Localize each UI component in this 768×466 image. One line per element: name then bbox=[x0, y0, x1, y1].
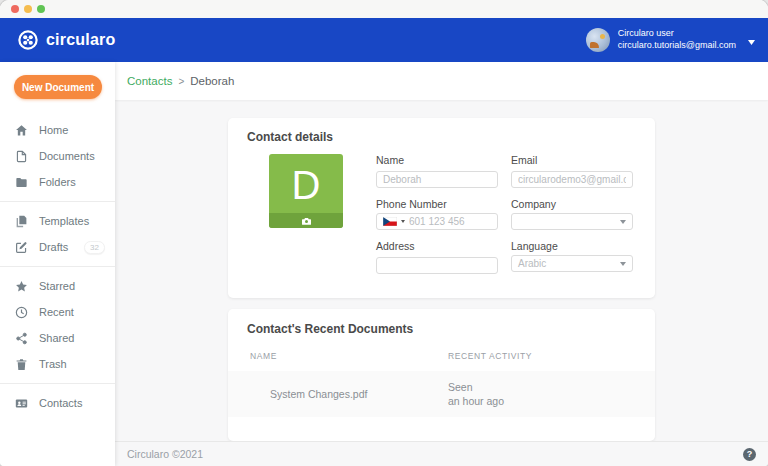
breadcrumb-current: Deborah bbox=[190, 75, 234, 87]
zoom-button[interactable] bbox=[37, 5, 45, 13]
recent-documents-card: Contact's Recent Documents NAME RECENT A… bbox=[228, 309, 655, 441]
brand[interactable]: circularo bbox=[17, 29, 115, 51]
app-header: circularo Circularo user circularo.tutor… bbox=[0, 18, 768, 62]
home-icon bbox=[15, 124, 28, 137]
circularo-logo-icon bbox=[17, 29, 39, 51]
minimize-button[interactable] bbox=[24, 5, 32, 13]
copyright-text: Circularo ©2021 bbox=[127, 448, 203, 460]
brand-name: circularo bbox=[46, 31, 115, 49]
sidebar-item-folders[interactable]: Folders bbox=[0, 169, 115, 195]
phone-label: Phone Number bbox=[376, 198, 498, 210]
sidebar-divider bbox=[0, 383, 115, 384]
sidebar-item-home[interactable]: Home bbox=[0, 117, 115, 143]
recent-documents-title: Contact's Recent Documents bbox=[228, 322, 655, 336]
breadcrumb: Contacts > Deborah bbox=[115, 62, 768, 100]
sidebar-divider bbox=[0, 201, 115, 202]
new-document-button[interactable]: New Document bbox=[14, 75, 102, 99]
main-area: Contacts > Deborah Contact details D bbox=[115, 62, 768, 466]
breadcrumb-contacts-link[interactable]: Contacts bbox=[127, 75, 172, 87]
folder-icon bbox=[15, 176, 28, 189]
sidebar-divider bbox=[0, 266, 115, 267]
drafts-count-badge: 32 bbox=[84, 241, 105, 254]
sidebar-item-label: Folders bbox=[39, 176, 76, 188]
contact-details-title: Contact details bbox=[247, 130, 636, 144]
content-area: Contact details D Na bbox=[115, 100, 768, 441]
sidebar-item-trash[interactable]: Trash bbox=[0, 351, 115, 377]
contacts-icon bbox=[15, 397, 28, 410]
clock-icon bbox=[15, 306, 28, 319]
star-icon bbox=[15, 280, 28, 293]
chevron-down-icon bbox=[620, 220, 626, 224]
templates-icon bbox=[15, 215, 28, 228]
document-activity: Seen an hour ago bbox=[448, 380, 504, 408]
contact-avatar-letter: D bbox=[292, 165, 321, 205]
sidebar-item-contacts[interactable]: Contacts bbox=[0, 390, 115, 416]
sidebar-item-label: Starred bbox=[39, 280, 75, 292]
drafts-icon bbox=[15, 241, 28, 254]
document-name[interactable]: System Changes.pdf bbox=[247, 388, 448, 400]
column-header-name: NAME bbox=[247, 351, 448, 361]
change-photo-button[interactable] bbox=[269, 213, 343, 228]
sidebar-item-recent[interactable]: Recent bbox=[0, 299, 115, 325]
user-email: circularo.tutorials@gmail.com bbox=[618, 40, 736, 52]
activity-status: Seen bbox=[448, 381, 473, 393]
sidebar-item-label: Trash bbox=[39, 358, 67, 370]
camera-icon bbox=[302, 217, 311, 225]
table-header: NAME RECENT ACTIVITY bbox=[228, 351, 655, 361]
share-icon bbox=[15, 332, 28, 345]
language-label: Language bbox=[511, 240, 633, 252]
email-label: Email bbox=[511, 154, 633, 166]
language-select[interactable]: Arabic bbox=[511, 255, 633, 272]
activity-time: an hour ago bbox=[448, 395, 504, 407]
flag-caret-icon bbox=[401, 220, 405, 223]
footer: Circularo ©2021 ? bbox=[115, 441, 768, 466]
sidebar-item-label: Documents bbox=[39, 150, 95, 162]
company-label: Company bbox=[511, 198, 633, 210]
email-field[interactable] bbox=[511, 171, 633, 188]
sidebar-item-label: Drafts bbox=[39, 241, 68, 253]
column-header-activity: RECENT ACTIVITY bbox=[448, 351, 532, 361]
chevron-down-icon bbox=[748, 31, 755, 49]
sidebar: New Document Home Documents bbox=[0, 62, 115, 466]
breadcrumb-separator: > bbox=[178, 76, 184, 87]
sidebar-item-label: Recent bbox=[39, 306, 74, 318]
sidebar-item-templates[interactable]: Templates bbox=[0, 208, 115, 234]
address-field[interactable] bbox=[376, 257, 498, 274]
contact-avatar: D bbox=[269, 154, 343, 228]
app-window: circularo Circularo user circularo.tutor… bbox=[0, 0, 768, 466]
sidebar-item-starred[interactable]: Starred bbox=[0, 273, 115, 299]
name-field[interactable] bbox=[376, 171, 498, 188]
sidebar-item-label: Shared bbox=[39, 332, 74, 344]
user-name: Circularo user bbox=[618, 28, 736, 40]
help-button[interactable]: ? bbox=[743, 448, 756, 461]
sidebar-item-label: Templates bbox=[39, 215, 89, 227]
sidebar-item-label: Contacts bbox=[39, 397, 82, 409]
sidebar-nav: Home Documents Folders bbox=[0, 117, 115, 416]
chevron-down-icon bbox=[620, 262, 626, 266]
user-avatar bbox=[586, 28, 610, 52]
phone-input[interactable] bbox=[409, 216, 491, 227]
phone-field[interactable] bbox=[376, 213, 498, 230]
title-bar bbox=[0, 0, 768, 18]
close-button[interactable] bbox=[11, 5, 19, 13]
name-label: Name bbox=[376, 154, 498, 166]
sidebar-item-documents[interactable]: Documents bbox=[0, 143, 115, 169]
sidebar-item-drafts[interactable]: Drafts 32 bbox=[0, 234, 115, 260]
company-select[interactable] bbox=[511, 213, 633, 230]
czech-flag-icon[interactable] bbox=[383, 217, 397, 226]
language-value: Arabic bbox=[518, 258, 546, 269]
sidebar-item-shared[interactable]: Shared bbox=[0, 325, 115, 351]
contact-details-card: Contact details D Na bbox=[228, 118, 655, 298]
trash-icon bbox=[15, 358, 28, 371]
sidebar-item-label: Home bbox=[39, 124, 68, 136]
user-menu[interactable]: Circularo user circularo.tutorials@gmail… bbox=[586, 28, 755, 52]
table-row[interactable]: System Changes.pdf Seen an hour ago bbox=[228, 371, 655, 417]
file-icon bbox=[15, 150, 28, 163]
address-label: Address bbox=[376, 240, 498, 252]
